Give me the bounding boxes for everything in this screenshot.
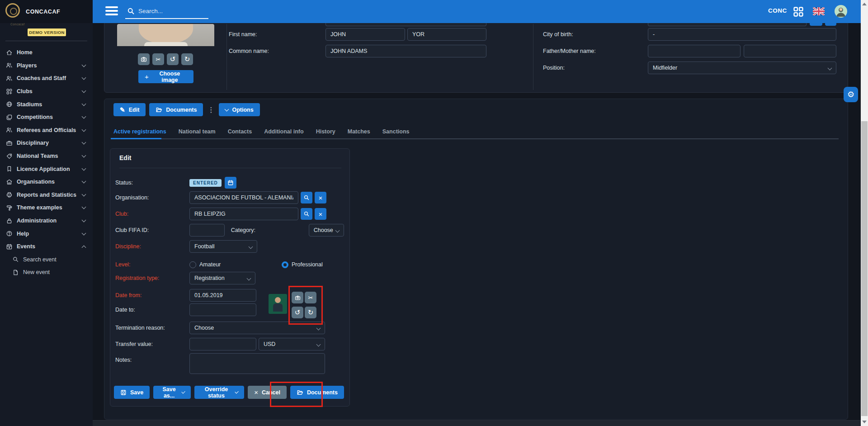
documents-bottom-button[interactable]: Documents [290, 386, 344, 399]
cancel-button[interactable]: × Cancel [248, 386, 287, 399]
rotate-right-button[interactable]: ↻ [181, 53, 193, 65]
sidebar-item-competitions[interactable]: Competitions [0, 111, 93, 124]
common-name-field[interactable] [326, 45, 486, 57]
national-teams-icon [6, 153, 13, 160]
discipline-select[interactable]: Football [189, 240, 257, 253]
scrollbar-thumb[interactable] [861, 121, 868, 416]
override-status-button[interactable]: Override status [194, 386, 244, 399]
sidebar-item-licence[interactable]: Licence Application [0, 162, 93, 175]
vertical-scrollbar[interactable] [861, 0, 868, 426]
chevron-down-icon [82, 89, 86, 93]
close-icon: × [254, 388, 258, 396]
documents-button[interactable]: Documents [149, 103, 203, 116]
city-of-birth-field[interactable] [648, 28, 836, 41]
pencil-icon: ✎ [120, 106, 125, 114]
middle-name-field[interactable] [407, 28, 486, 41]
rotate-left-button[interactable]: ↺ [167, 53, 179, 65]
sidebar-item-home[interactable]: Home [0, 46, 93, 59]
redo-icon: ↻ [184, 55, 190, 63]
club-fifa-id-field[interactable] [189, 224, 225, 237]
club-field[interactable] [189, 208, 298, 220]
mother-name-field[interactable] [744, 45, 836, 57]
user-avatar[interactable] [835, 5, 847, 18]
sidebar-item-administration[interactable]: Administration [0, 214, 93, 227]
sidebar-item-players[interactable]: Players [0, 59, 93, 72]
camera-button[interactable] [138, 53, 150, 65]
father-name-field[interactable] [648, 45, 741, 57]
card-divider [533, 24, 533, 90]
tab-history[interactable]: History [316, 128, 335, 136]
termination-reason-select[interactable]: Choose [189, 322, 325, 334]
gear-icon: ⚙ [847, 90, 854, 99]
registration-photo-thumbnail [269, 294, 287, 314]
scroll-up-arrow-icon[interactable] [862, 3, 867, 5]
currency-select[interactable]: USD [259, 338, 325, 350]
sidebar-item-events[interactable]: Events [0, 240, 93, 253]
hamburger-menu-icon[interactable] [105, 6, 118, 16]
first-name-field[interactable] [326, 28, 405, 41]
sidebar-item-theme[interactable]: Theme examples [0, 201, 93, 214]
level-professional-radio[interactable] [282, 261, 288, 268]
sidebar-item-search-event[interactable]: Search event [0, 253, 93, 266]
apps-grid-icon[interactable] [793, 6, 804, 17]
date-from-field[interactable] [189, 289, 256, 302]
sidebar-item-organisations[interactable]: Organisations [0, 175, 93, 189]
club-search-button[interactable] [301, 208, 312, 220]
date-to-field[interactable] [189, 303, 256, 316]
brand-header: Concacaf CONCACAF [0, 0, 93, 23]
sidebar-item-disciplinary[interactable]: Disciplinary [0, 137, 93, 150]
chevron-down-icon [82, 205, 86, 209]
sidebar-item-clubs[interactable]: Clubs [0, 85, 93, 98]
undo-icon: ↺ [295, 308, 301, 317]
save-button[interactable]: Save [114, 386, 150, 399]
sidebar-item-reports[interactable]: Reports and Statistics [0, 189, 93, 202]
notes-label: Notes: [115, 357, 189, 363]
organisation-search-button[interactable] [301, 192, 312, 204]
organisation-field[interactable] [189, 191, 298, 204]
sidebar-item-referees[interactable]: Referees and Officials [0, 124, 93, 137]
organisation-clear-button[interactable]: × [315, 192, 326, 204]
level-amateur-radio[interactable] [189, 261, 196, 268]
camera-button[interactable] [292, 292, 303, 303]
tab-national-team[interactable]: National team [179, 128, 216, 136]
choose-image-button[interactable]: + Choose image [138, 70, 193, 83]
club-clear-button[interactable]: × [315, 208, 326, 220]
crop-scissors-button[interactable]: ✂ [152, 53, 164, 65]
chevron-down-icon [247, 276, 251, 281]
save-as-button[interactable]: Save as... [153, 386, 191, 399]
more-options-kebab-icon[interactable]: ⋮ [207, 106, 215, 114]
language-flag-gb-icon[interactable] [813, 7, 825, 15]
photo-toolbar: ✂ ↺ ↻ [138, 53, 193, 65]
rotate-right-button[interactable]: ↻ [305, 307, 316, 318]
chevron-down-icon [225, 107, 229, 111]
sidebar-item-stadiums[interactable]: Stadiums [0, 98, 93, 111]
tab-additional-info[interactable]: Additional info [264, 128, 303, 136]
scroll-down-arrow-icon[interactable] [862, 421, 867, 423]
player-photo [117, 24, 214, 46]
edit-button[interactable]: ✎ Edit [113, 103, 146, 116]
tab-matches[interactable]: Matches [348, 128, 370, 136]
tab-active-registrations[interactable]: Active registrations [113, 128, 166, 136]
position-select[interactable]: Midfielder [648, 62, 836, 74]
sidebar-item-national-teams[interactable]: National Teams [0, 150, 93, 163]
sidebar-item-help[interactable]: Help [0, 227, 93, 240]
options-button[interactable]: Options [219, 103, 259, 116]
crop-scissors-button[interactable]: ✂ [305, 292, 316, 303]
status-history-button[interactable] [225, 177, 236, 189]
notes-field[interactable] [189, 353, 325, 374]
tab-contacts[interactable]: Contacts [228, 128, 252, 136]
tab-sanctions[interactable]: Sanctions [382, 128, 410, 136]
sidebar-item-coaches[interactable]: Coaches and Staff [0, 72, 93, 85]
search-input[interactable] [138, 8, 202, 14]
organisations-icon [6, 179, 13, 185]
rotate-left-button[interactable]: ↺ [292, 307, 303, 318]
category-select[interactable]: Choose [309, 224, 344, 237]
settings-gear-button[interactable]: ⚙ [844, 87, 858, 102]
transfer-value-field[interactable] [189, 338, 256, 350]
level-professional-label: Professional [292, 261, 366, 268]
chevron-down-icon [249, 245, 253, 249]
sidebar-item-new-event[interactable]: New event [0, 266, 93, 279]
registration-type-select[interactable]: Registration [189, 272, 255, 284]
competitions-icon [6, 114, 13, 121]
file-icon [12, 269, 19, 276]
